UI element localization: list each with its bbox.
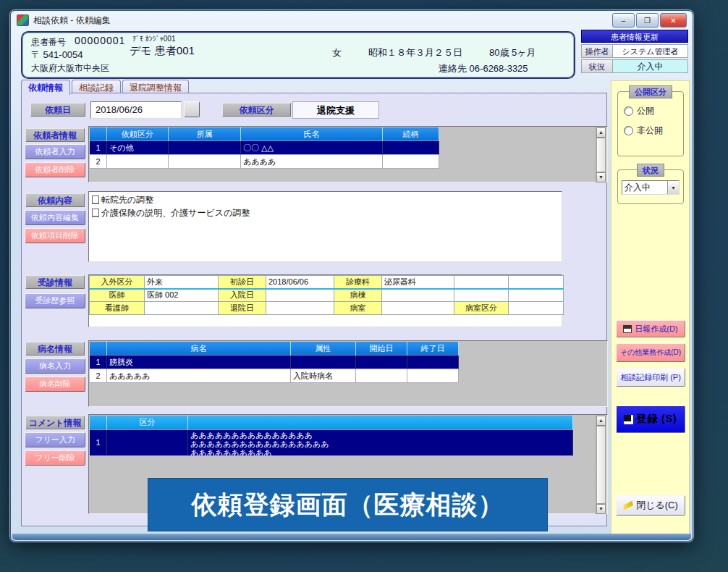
print-record-button[interactable]: 相談記録印刷 (P) xyxy=(616,368,685,387)
col-header: 所属 xyxy=(169,127,241,141)
visit-value[interactable] xyxy=(145,302,219,315)
patient-update-button[interactable]: 患者情報更新 xyxy=(581,30,688,43)
cell-attr: 入院時病名 xyxy=(291,369,356,383)
scroll-thumb[interactable] xyxy=(596,426,606,504)
disease-delete-button[interactable]: 病名削除 xyxy=(25,377,85,392)
radio-icon[interactable] xyxy=(624,106,633,116)
requester-table-header: 依頼区分 所属 氏名 続柄 xyxy=(90,127,439,141)
requester-row-1[interactable]: 1 その他 〇〇 △△ xyxy=(90,141,439,155)
naiyo-item[interactable]: 介護保険の説明、介護サービスの調整 xyxy=(90,206,560,219)
tab-discharge-adjust[interactable]: 退院調整情報 xyxy=(122,80,189,93)
requester-scrollbar[interactable]: ▲ ▼ xyxy=(595,127,606,182)
close-label: 閉じる(C) xyxy=(636,499,678,512)
col-header xyxy=(188,416,573,430)
cell-name: 〇〇 △△ xyxy=(241,141,383,155)
scroll-down-icon[interactable]: ▼ xyxy=(596,172,606,182)
scroll-up-icon[interactable]: ▲ xyxy=(596,127,606,138)
close-button[interactable]: 閉じる(C) xyxy=(616,495,685,516)
row-number: 1 xyxy=(90,356,107,369)
naiyo-section-label: 依頼内容 xyxy=(25,193,85,207)
app-icon xyxy=(17,14,29,26)
requester-input-button[interactable]: 依頼者入力 xyxy=(25,144,85,159)
visit-label: 病室区分 xyxy=(454,302,509,315)
cell-zokugara xyxy=(383,141,439,155)
visit-value[interactable]: 泌尿器科 xyxy=(382,276,454,289)
public-kubun-title: 公開区分 xyxy=(629,85,672,98)
date-picker-button[interactable] xyxy=(184,101,200,117)
radio-private[interactable]: 非公開 xyxy=(624,125,663,137)
scroll-down-icon[interactable]: ▼ xyxy=(596,504,606,514)
status-select-value: 介入中 xyxy=(622,182,667,194)
cell-shozoku xyxy=(169,155,241,169)
disease-input-button[interactable]: 病名入力 xyxy=(25,358,85,374)
naiyo-item-text: 介護保険の説明、介護サービスの調整 xyxy=(101,207,250,219)
cell-attr xyxy=(291,356,356,369)
close-window-button[interactable]: ✕ xyxy=(660,13,687,28)
requester-delete-button[interactable]: 依頼者削除 xyxy=(25,162,85,177)
request-info-tab-page: 依頼日 2018/06/26 依頼区分 退院支援 依頼者情報 依頼者入力 依頼者… xyxy=(21,93,607,526)
row-number: 1 xyxy=(90,141,107,155)
cell-disease-name: 膀胱炎 xyxy=(107,356,291,369)
app-window: 相談依頼 - 依頼編集 – ❐ ✕ 患者番号 00000001 〒 541-00… xyxy=(10,10,693,542)
tab-consult-record[interactable]: 相談記録 xyxy=(72,80,121,93)
screen-caption-banner: 依頼登録画面（医療相談） xyxy=(148,479,547,531)
naiyo-delete-button[interactable]: 依頼項目削除 xyxy=(25,228,85,243)
tab-request-info[interactable]: 依頼情報 xyxy=(21,80,70,95)
radio-label: 公開 xyxy=(637,105,654,117)
visit-empty-cell xyxy=(509,289,564,302)
disease-table-panel: 病名 属性 開始日 終了日 1 膀胱炎 2 あああああ 入院時病名 xyxy=(88,340,608,407)
comment-scrollbar[interactable]: ▲ ▼ xyxy=(595,416,606,514)
disease-row-2[interactable]: 2 あああああ 入院時病名 xyxy=(90,369,459,383)
visit-value[interactable] xyxy=(509,302,564,315)
other-task-button[interactable]: その他業務作成(D) xyxy=(616,343,685,362)
request-kubun-value: 退院支援 xyxy=(292,101,379,119)
visit-value[interactable] xyxy=(382,302,454,315)
maximize-button[interactable]: ❐ xyxy=(636,13,659,28)
visit-value[interactable] xyxy=(266,302,334,315)
request-kubun-label: 依頼区分 xyxy=(222,103,291,117)
visit-history-button[interactable]: 受診歴参照 xyxy=(25,293,85,308)
visit-value[interactable]: 医師 002 xyxy=(145,289,219,302)
minimize-button[interactable]: – xyxy=(612,13,635,28)
visit-value[interactable]: 2018/06/06 xyxy=(266,276,334,289)
comment-line: あああああああああああああああ xyxy=(190,431,570,439)
patient-kana: ﾃﾞﾓ ｶﾝｼﾞｬ001 xyxy=(132,35,175,43)
cell-end xyxy=(407,369,459,383)
visit-label: 病室 xyxy=(334,302,382,315)
visit-empty-cell xyxy=(454,289,509,302)
visit-label: 病棟 xyxy=(334,289,382,302)
disease-row-1[interactable]: 1 膀胱炎 xyxy=(90,356,459,369)
cell-kubun xyxy=(107,430,188,456)
scroll-up-icon[interactable]: ▲ xyxy=(596,416,606,426)
chevron-down-icon[interactable]: ▼ xyxy=(667,181,679,194)
requester-row-2[interactable]: 2 ああああ xyxy=(90,155,439,169)
naiyo-edit-button[interactable]: 依頼内容編集 xyxy=(25,210,85,225)
radio-label: 非公開 xyxy=(637,125,663,137)
save-button[interactable]: 登録 (S) xyxy=(616,405,685,433)
comment-input-button[interactable]: フリー入力 xyxy=(25,432,85,447)
request-date-input[interactable]: 2018/06/26 xyxy=(90,101,182,119)
comment-row-1[interactable]: 1 あああああああああああああああ あああああああああああああああああ ああああ… xyxy=(90,430,573,456)
patient-contact: 連絡先 06-6268-3325 xyxy=(439,62,528,75)
visit-value[interactable] xyxy=(266,289,334,302)
visit-label: 診療科 xyxy=(334,276,382,289)
radio-public[interactable]: 公開 xyxy=(624,105,654,117)
scroll-thumb[interactable] xyxy=(596,138,606,172)
title-bar[interactable]: 相談依頼 - 依頼編集 – ❐ ✕ xyxy=(11,11,693,30)
comment-delete-button[interactable]: フリー削除 xyxy=(25,450,85,466)
exit-icon xyxy=(624,501,633,510)
patient-zip: 〒 541-0054 xyxy=(31,49,83,62)
status-select[interactable]: 介入中 ▼ xyxy=(622,180,680,195)
cell-zokugara xyxy=(383,155,439,169)
radio-icon[interactable] xyxy=(624,126,633,135)
action-sidebar: 公開区分 公開 非公開 状況 介入中 ▼ 日報作成(D) その他業務作成(D) … xyxy=(611,80,690,540)
naiyo-item[interactable]: 転院先の調整 xyxy=(90,193,560,206)
cell-end xyxy=(407,356,459,369)
daily-report-button[interactable]: 日報作成(D) xyxy=(616,320,685,337)
visit-value[interactable] xyxy=(382,289,454,302)
row-number: 2 xyxy=(90,369,107,383)
visit-value[interactable]: 外来 xyxy=(145,276,219,289)
patient-sex: 女 xyxy=(332,46,342,59)
visit-label: 入院日 xyxy=(219,289,266,302)
cell-comment-text: あああああああああああああああ あああああああああああああああああ ああああああ… xyxy=(188,430,573,456)
